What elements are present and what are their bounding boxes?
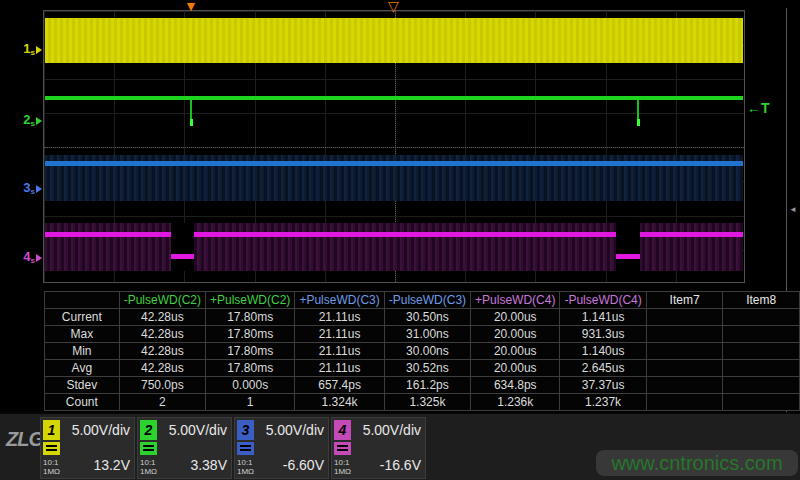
ch1-marker-arrow-icon [36, 46, 42, 54]
measure-column-header: -PulseWD(C3) [384, 292, 470, 309]
measure-cell: 21.11us [295, 343, 384, 360]
ch4-marker-label: 4 [23, 249, 30, 264]
ch3-settings-block[interactable]: 3 10:11MΩ 5.00V/div -6.60V [234, 417, 329, 479]
measure-cell: 42.28us [119, 309, 205, 326]
ch1-waveform-band[interactable] [45, 18, 743, 63]
measure-row-label: Current [45, 309, 120, 326]
measure-cell: 20.00us [471, 360, 560, 377]
measure-cell: 0.000s [206, 377, 295, 394]
measure-row: Max42.28us17.80ms21.11us31.00ns20.00us93… [45, 326, 800, 343]
measure-column-header: Item7 [646, 292, 723, 309]
measure-cell: 161.2ps [384, 377, 470, 394]
ch4-dc-coupling-icon [334, 442, 351, 455]
ch1-ground-marker[interactable]: 1s [12, 42, 42, 60]
measure-cell [723, 343, 800, 360]
trigger-position-icon[interactable]: ▼ [184, 0, 198, 13]
measure-row-label: Max [45, 326, 120, 343]
measure-cell: 17.80ms [206, 326, 295, 343]
ch3-offset: -6.60V [283, 457, 324, 473]
measure-cell: 1.237k [560, 394, 646, 411]
measure-cell: 42.28us [119, 343, 205, 360]
measure-cell [646, 377, 723, 394]
watermark: www.cntronics.com [596, 450, 798, 476]
ch4-waveform-line[interactable] [640, 232, 743, 237]
measure-cell: 30.52ns [384, 360, 470, 377]
measure-table: -PulseWD(C2)+PulseWD(C2)+PulseWD(C3)-Pul… [44, 291, 800, 411]
trigger-level-marker[interactable]: ←T [747, 100, 770, 116]
measure-cell [646, 326, 723, 343]
measure-cell: 1.325k [384, 394, 470, 411]
measure-row: Stdev750.0ps0.000s657.4ps161.2ps634.8ps3… [45, 377, 800, 394]
measure-column-header: -PulseWD(C4) [560, 292, 646, 309]
ch3-waveform-line[interactable] [45, 161, 743, 166]
ch3-marker-label: 3 [23, 180, 30, 195]
measure-cell [723, 309, 800, 326]
waveform-grid[interactable] [43, 10, 745, 283]
measure-table-corner [45, 292, 120, 309]
ch2-settings-block[interactable]: 2 10:11MΩ 5.00V/div 3.38V [137, 417, 232, 479]
measure-cell: 2.645us [560, 360, 646, 377]
ch1-marker-label: 1 [23, 41, 30, 56]
ch4-number-badge: 4 [334, 420, 351, 440]
ch3-coupling-glyph: s [31, 187, 35, 196]
ch2-number-badge: 2 [140, 420, 157, 440]
measure-row-label: Min [45, 343, 120, 360]
trigger-time-zero-icon[interactable]: ▽ [388, 0, 399, 13]
measure-cell: 42.28us [119, 326, 205, 343]
ch2-marker-label: 2 [23, 112, 30, 127]
ch4-settings-block[interactable]: 4 10:11MΩ 5.00V/div -16.6V [331, 417, 426, 479]
ch4-marker-arrow-icon [36, 254, 42, 262]
measure-column-header: +PulseWD(C3) [295, 292, 384, 309]
ch4-ground-marker[interactable]: 4s [12, 250, 42, 268]
measure-cell: 931.3us [560, 326, 646, 343]
ch4-coupling-glyph: s [31, 256, 35, 265]
measure-cell: 30.50ns [384, 309, 470, 326]
measure-cell [723, 394, 800, 411]
measure-column-header: -PulseWD(C2) [119, 292, 205, 309]
ch2-offset: 3.38V [190, 457, 227, 473]
ch3-probe-info: 10:11MΩ [237, 458, 254, 476]
measure-cell: 30.00ns [384, 343, 470, 360]
ch3-marker-arrow-icon [36, 185, 42, 193]
measure-cell: 657.4ps [295, 377, 384, 394]
measure-cell: 1.324k [295, 394, 384, 411]
ch2-glitch-blob [190, 119, 193, 126]
ch2-scale: 5.00V/div [169, 422, 227, 438]
ch4-low-pulse [616, 254, 640, 259]
ch2-glitch-blob [637, 119, 640, 126]
ch1-offset: 13.2V [93, 457, 130, 473]
measure-column-header: +PulseWD(C4) [471, 292, 560, 309]
ch3-number-badge: 3 [237, 420, 254, 440]
ch4-waveform-line[interactable] [194, 232, 616, 237]
measure-row-label: Stdev [45, 377, 120, 394]
ch1-dc-coupling-icon [43, 442, 60, 455]
ch3-scale: 5.00V/div [266, 422, 324, 438]
measure-cell: 21.11us [295, 360, 384, 377]
ch4-low-pulse [171, 254, 194, 259]
measure-cell: 1.236k [471, 394, 560, 411]
menu-expand-arrow-icon[interactable]: ◄ [789, 205, 797, 214]
measure-cell [723, 360, 800, 377]
measure-cell: 1 [206, 394, 295, 411]
measure-cell: 17.80ms [206, 343, 295, 360]
ch1-settings-block[interactable]: 1 10:11MΩ 5.00V/div 13.2V [40, 417, 135, 479]
measure-cell: 1.140us [560, 343, 646, 360]
measure-column-header: +PulseWD(C2) [206, 292, 295, 309]
measure-cell: 31.00ns [384, 326, 470, 343]
ch3-ground-marker[interactable]: 3s [12, 181, 42, 199]
ch2-ground-marker[interactable]: 2s [12, 113, 42, 131]
ch3-dc-coupling-icon [237, 442, 254, 455]
ch2-dc-coupling-icon [140, 442, 157, 455]
measure-row: Current42.28us17.80ms21.11us30.50ns20.00… [45, 309, 800, 326]
measure-cell [646, 343, 723, 360]
ch4-waveform-line[interactable] [45, 232, 171, 237]
measure-row-label: Count [45, 394, 120, 411]
measure-cell: 1.141us [560, 309, 646, 326]
measure-cell: 37.37us [560, 377, 646, 394]
measure-cell: 21.11us [295, 309, 384, 326]
ch2-marker-arrow-icon [36, 117, 42, 125]
measure-cell: 17.80ms [206, 309, 295, 326]
measure-column-header: Item8 [723, 292, 800, 309]
measure-cell [723, 326, 800, 343]
ch2-coupling-glyph: s [31, 119, 35, 128]
